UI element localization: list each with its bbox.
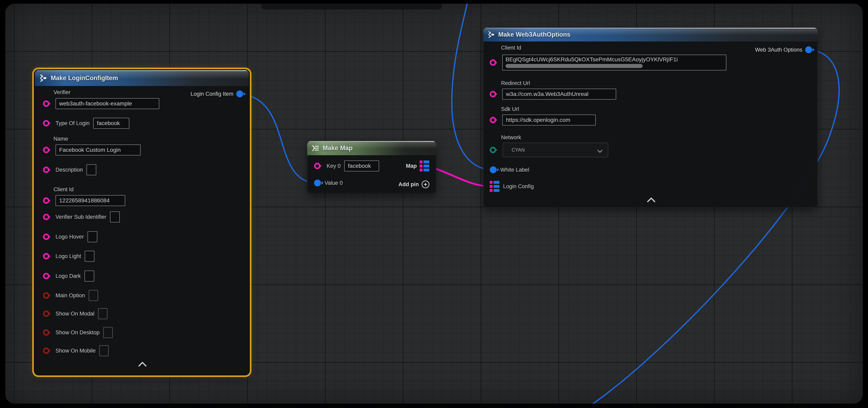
show-on-mobile-label: Show On Mobile [56, 348, 96, 354]
main-option-label: Main Option [56, 293, 85, 299]
type-of-login-row: Type Of Login facebook [43, 117, 129, 129]
logo-dark-pin[interactable] [43, 273, 50, 279]
collapse-chevron-icon[interactable] [647, 197, 655, 206]
node-make-web3authoptions[interactable]: Make Web3AuthOptions Web 3Auth Options C… [483, 28, 818, 207]
logo-light-label: Logo Light [56, 253, 81, 260]
logo-dark-row: Logo Dark [43, 270, 94, 282]
verifier-sub-identifier-input[interactable] [110, 211, 120, 223]
node-title: Make Map [322, 144, 352, 152]
client-id-input[interactable]: BEglQSgt4cUWcj6SKRdu5QkOXTsePmMcusG5EAoy… [502, 55, 726, 70]
map-output-label: Map [406, 163, 417, 169]
make-array-icon [312, 144, 319, 152]
key0-label: Key 0 [327, 163, 341, 169]
client-id-label: Client Id [501, 45, 521, 51]
make-struct-icon [488, 31, 495, 38]
redirect-url-input[interactable]: w3a://com.w3a.Web3AuthUnreal [502, 89, 616, 100]
logo-light-input[interactable] [85, 251, 94, 262]
node-header-make-map[interactable]: Make Map [307, 141, 436, 155]
main-option-checkbox[interactable] [89, 290, 98, 301]
key0-input[interactable]: facebook [344, 161, 379, 171]
sdk-url-label: Sdk Url [501, 106, 519, 112]
node-make-map[interactable]: Make Map Key 0 facebook Map Value [307, 141, 436, 194]
show-on-mobile-pin[interactable] [43, 347, 50, 354]
logo-light-row: Logo Light [43, 250, 94, 262]
sdk-url-input[interactable]: https://sdk.openlogin.com [502, 114, 596, 126]
client-id-row: BEglQSgt4cUWcj6SKRdu5QkOXTsePmMcusG5EAoy… [490, 55, 726, 70]
description-pin[interactable] [43, 167, 50, 173]
name-pin[interactable] [43, 147, 50, 153]
blueprint-editor-screen: Make LoginConfigItem Login Config Item V… [0, 0, 868, 408]
client-id-label: Client Id [54, 186, 73, 193]
sdk-url-pin[interactable] [490, 117, 496, 123]
logo-hover-input[interactable] [88, 231, 97, 242]
client-id-scrollbar[interactable] [505, 64, 643, 68]
show-on-modal-pin[interactable] [43, 310, 50, 317]
network-row [490, 144, 499, 156]
show-on-modal-checkbox[interactable] [98, 308, 107, 319]
redirect-url-pin[interactable] [490, 91, 496, 97]
map-output-row: Map [406, 160, 429, 172]
white-label-pin[interactable] [490, 166, 497, 173]
pin-row-login-config-item-out: Login Config Item [190, 88, 243, 100]
verifier-sub-identifier-row: Verifier Sub Identifier [43, 211, 120, 223]
show-on-mobile-checkbox[interactable] [99, 345, 108, 356]
verifier-pin[interactable] [43, 100, 50, 107]
type-of-login-input[interactable]: facebook [93, 118, 129, 129]
main-option-pin[interactable] [43, 292, 50, 299]
login-config-row: Login Config [490, 181, 534, 192]
show-on-desktop-label: Show On Desktop [56, 330, 100, 336]
description-input[interactable] [87, 164, 96, 175]
description-row: Description [43, 164, 96, 175]
show-on-modal-row: Show On Modal [43, 308, 107, 319]
login-config-label: Login Config [503, 183, 534, 190]
map-output-pin[interactable] [420, 161, 429, 171]
type-of-login-label: Type Of Login [56, 120, 90, 127]
node-make-loginconfigitem[interactable]: Make LoginConfigItem Login Config Item V… [35, 70, 249, 374]
redirect-url-row: w3a://com.w3a.Web3AuthUnreal [490, 89, 616, 100]
key0-pin[interactable] [314, 163, 320, 169]
client-id-pin[interactable] [490, 59, 496, 66]
login-config-item-output-pin[interactable] [236, 91, 243, 97]
login-config-pin[interactable] [490, 181, 499, 192]
verifier-input[interactable]: web3auth-facebook-example [56, 98, 159, 109]
name-row: Facebook Custom Login [43, 144, 141, 156]
wire-loginconfigitem-to-value0[interactable] [240, 94, 314, 183]
client-id-input[interactable]: 1222658941886084 [56, 195, 125, 206]
key0-row: Key 0 facebook [314, 160, 379, 172]
collapse-chevron-icon[interactable] [138, 362, 147, 370]
verifier-label: Verifier [54, 89, 70, 96]
main-option-row: Main Option [43, 290, 98, 301]
make-struct-icon [39, 74, 48, 82]
logo-hover-row: Logo Hover [43, 231, 97, 242]
show-on-desktop-checkbox[interactable] [103, 327, 113, 338]
logo-light-pin[interactable] [43, 253, 50, 260]
node-header-make-web3authoptions[interactable]: Make Web3AuthOptions [483, 28, 818, 41]
blueprint-graph-canvas[interactable]: Make LoginConfigItem Login Config Item V… [5, 4, 863, 404]
web3auth-options-output-pin[interactable] [805, 46, 812, 53]
logo-hover-pin[interactable] [43, 234, 50, 240]
add-pin-row[interactable]: Add pin + [399, 179, 429, 190]
network-selected-value: CYAN [512, 147, 525, 153]
logo-dark-input[interactable] [85, 271, 94, 281]
client-id-pin[interactable] [43, 197, 50, 204]
name-input[interactable]: Facebook Custom Login [56, 144, 141, 156]
node-title: Make Web3AuthOptions [498, 31, 570, 38]
add-pin-label: Add pin [399, 181, 419, 188]
node-header-make-loginconfigitem[interactable]: Make LoginConfigItem [35, 70, 249, 86]
verifier-sub-identifier-pin[interactable] [43, 214, 50, 220]
web3auth-options-output-row: Web 3Auth Options [755, 44, 812, 56]
add-pin-icon[interactable]: + [422, 180, 429, 188]
value0-label: Value 0 [324, 180, 343, 186]
network-dropdown[interactable]: CYAN [503, 143, 608, 157]
sdk-url-row: https://sdk.openlogin.com [490, 114, 596, 126]
network-pin[interactable] [490, 147, 496, 153]
chevron-down-icon [597, 147, 602, 152]
show-on-desktop-pin[interactable] [43, 329, 50, 336]
type-of-login-pin[interactable] [43, 120, 50, 127]
value0-pin[interactable] [314, 179, 321, 186]
output-pin-label: Login Config Item [190, 91, 234, 97]
white-label-row: White Label [490, 164, 529, 175]
show-on-modal-label: Show On Modal [56, 311, 94, 317]
redirect-url-label: Redirect Url [501, 80, 530, 87]
name-label: Name [54, 136, 68, 142]
